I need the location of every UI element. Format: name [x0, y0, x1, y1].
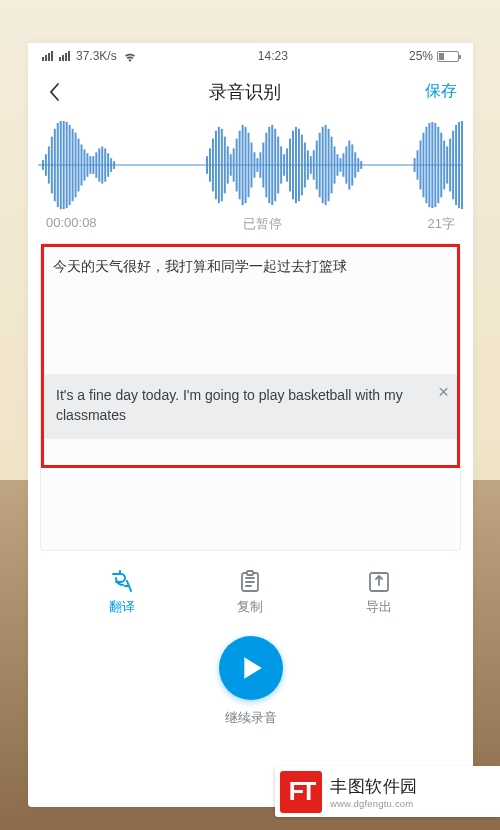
- svg-rect-72: [342, 153, 344, 176]
- svg-rect-23: [107, 153, 109, 176]
- svg-rect-17: [89, 156, 91, 174]
- svg-rect-31: [221, 129, 223, 201]
- watermark-url: www.dgfengtu.com: [330, 798, 418, 809]
- svg-rect-83: [425, 127, 427, 203]
- elapsed-time: 00:00:08: [46, 215, 97, 233]
- svg-rect-35: [233, 148, 235, 181]
- svg-rect-53: [286, 148, 288, 181]
- translation-text: It's a fine day today. I'm going to play…: [56, 387, 403, 423]
- svg-rect-60: [307, 150, 309, 179]
- svg-rect-61: [310, 156, 312, 174]
- svg-rect-34: [230, 154, 232, 176]
- svg-rect-26: [206, 156, 208, 174]
- original-text[interactable]: 今天的天气很好，我打算和同学一起过去打篮球: [41, 244, 460, 288]
- svg-rect-22: [104, 148, 106, 181]
- svg-rect-16: [86, 153, 88, 176]
- svg-rect-86: [434, 123, 436, 207]
- status-time: 14:23: [258, 49, 288, 63]
- network-speed: 37.3K/s: [76, 49, 117, 63]
- copy-label: 复制: [237, 598, 263, 616]
- svg-rect-25: [113, 161, 115, 169]
- svg-rect-9: [66, 122, 68, 208]
- svg-rect-52: [283, 154, 285, 176]
- svg-rect-63: [316, 141, 318, 190]
- phone-frame: 37.3K/s 14:23 25% 录音识别 保存: [28, 43, 473, 807]
- svg-rect-76: [354, 152, 356, 177]
- waveform[interactable]: [28, 115, 473, 212]
- play-icon: [242, 655, 264, 681]
- text-card: 今天的天气很好，我打算和同学一起过去打篮球 × It's a fine day …: [40, 243, 461, 551]
- watermark-logo: FT: [280, 771, 322, 813]
- status-bar: 37.3K/s 14:23 25%: [28, 43, 473, 69]
- svg-rect-21: [101, 146, 103, 183]
- waveform-svg: [38, 119, 463, 212]
- svg-rect-33: [227, 146, 229, 183]
- char-count: 21字: [428, 215, 455, 233]
- svg-rect-94: [458, 122, 460, 208]
- svg-rect-38: [242, 125, 244, 205]
- svg-rect-37: [239, 131, 241, 200]
- svg-rect-80: [417, 150, 419, 179]
- battery-icon: [437, 51, 459, 62]
- svg-rect-27: [209, 148, 211, 181]
- translate-option[interactable]: 翻译: [109, 569, 135, 616]
- battery-percent: 25%: [409, 49, 433, 63]
- svg-rect-82: [422, 133, 424, 198]
- status-right: 25%: [409, 49, 459, 63]
- svg-rect-11: [72, 129, 74, 201]
- copy-option[interactable]: 复制: [237, 569, 263, 616]
- svg-rect-49: [274, 129, 276, 201]
- svg-rect-87: [437, 127, 439, 203]
- svg-rect-59: [304, 142, 306, 187]
- close-translation-button[interactable]: ×: [438, 382, 449, 401]
- svg-rect-39: [245, 127, 247, 203]
- options-row: 翻译 复制 导出: [28, 569, 473, 616]
- export-label: 导出: [366, 598, 392, 616]
- translation-box: × It's a fine day today. I'm going to pl…: [44, 374, 457, 439]
- svg-rect-73: [345, 146, 347, 183]
- svg-rect-36: [236, 139, 238, 192]
- page-title: 录音识别: [209, 80, 281, 104]
- svg-rect-89: [443, 141, 445, 190]
- svg-rect-67: [328, 129, 330, 201]
- nav-bar: 录音识别 保存: [28, 69, 473, 115]
- svg-rect-93: [455, 125, 457, 205]
- export-icon: [366, 569, 392, 593]
- svg-rect-30: [218, 127, 220, 203]
- svg-rect-79: [414, 158, 416, 172]
- play-button[interactable]: [219, 636, 283, 700]
- svg-rect-64: [319, 133, 321, 198]
- signal-icon: [42, 51, 53, 61]
- translate-icon: [109, 569, 135, 593]
- svg-rect-68: [331, 137, 333, 194]
- svg-rect-85: [431, 122, 433, 208]
- svg-rect-78: [360, 161, 362, 169]
- copy-icon: [237, 569, 263, 593]
- svg-rect-47: [268, 127, 270, 203]
- svg-rect-92: [452, 131, 454, 200]
- export-option[interactable]: 导出: [366, 569, 392, 616]
- svg-rect-51: [280, 146, 282, 183]
- svg-rect-20: [98, 148, 100, 181]
- svg-rect-71: [339, 158, 341, 172]
- svg-rect-41: [251, 142, 253, 187]
- svg-rect-84: [428, 123, 430, 207]
- chevron-left-icon: [47, 82, 61, 102]
- svg-rect-88: [440, 133, 442, 198]
- svg-rect-74: [348, 141, 350, 190]
- svg-rect-29: [215, 131, 217, 200]
- translate-label: 翻译: [109, 598, 135, 616]
- wifi-icon: [123, 51, 137, 61]
- svg-rect-3: [48, 146, 50, 183]
- svg-rect-69: [334, 146, 336, 183]
- svg-rect-8: [63, 121, 65, 209]
- svg-rect-4: [51, 137, 53, 194]
- watermark: FT 丰图软件园 www.dgfengtu.com: [275, 766, 500, 817]
- svg-rect-28: [212, 139, 214, 192]
- svg-rect-50: [277, 137, 279, 194]
- svg-rect-56: [295, 127, 297, 203]
- svg-rect-95: [461, 121, 463, 209]
- save-button[interactable]: 保存: [425, 81, 457, 102]
- back-button[interactable]: [44, 82, 64, 102]
- svg-rect-15: [83, 149, 85, 180]
